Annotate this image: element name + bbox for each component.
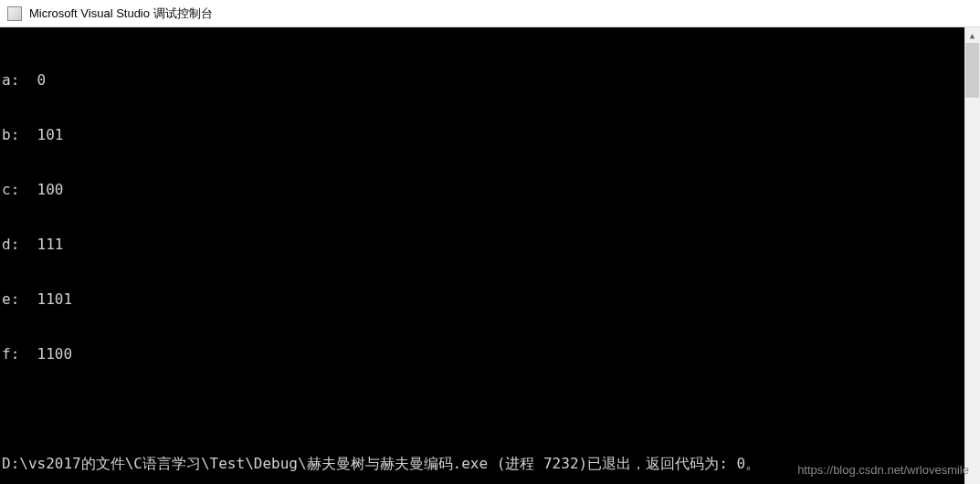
- app-icon: [7, 6, 22, 21]
- title-bar: Microsoft Visual Studio 调试控制台: [0, 0, 980, 27]
- scrollbar-up-arrow[interactable]: ▲: [964, 27, 980, 43]
- blank-line: [2, 400, 980, 418]
- window-title: Microsoft Visual Studio 调试控制台: [29, 5, 213, 22]
- output-line: a: 0: [2, 71, 980, 89]
- watermark-text: https://blog.csdn.net/wrlovesmile: [797, 463, 969, 477]
- output-line: e: 1101: [2, 290, 980, 309]
- vertical-scrollbar[interactable]: ▲: [964, 27, 980, 484]
- console-output: a: 0 b: 101 c: 100 d: 111 e: 1101 f: 110…: [0, 27, 980, 484]
- output-line: c: 100: [2, 181, 980, 199]
- output-line: f: 1100: [2, 345, 980, 363]
- output-line: d: 111: [2, 236, 980, 254]
- scrollbar-thumb[interactable]: [965, 43, 979, 98]
- output-line: b: 101: [2, 126, 980, 144]
